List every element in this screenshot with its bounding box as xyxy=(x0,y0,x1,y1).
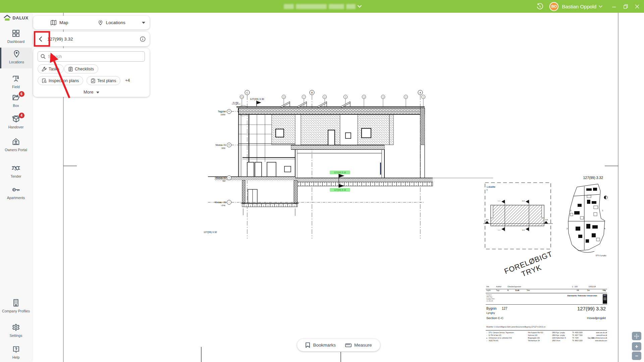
tabs-expand-button[interactable] xyxy=(138,22,150,24)
zoom-out-button[interactable]: − xyxy=(632,352,641,360)
more-button[interactable]: More xyxy=(33,89,150,95)
svg-text:C-C: C-C xyxy=(498,200,500,202)
drawing-link-label[interactable]: 127(99) 5.16 xyxy=(334,171,346,174)
filter-chip-tasks[interactable]: Tasks xyxy=(38,64,64,73)
sidebar-item-box[interactable]: 6 Box xyxy=(0,92,32,109)
handover-badge: 4 xyxy=(19,113,24,118)
box-badge: 6 xyxy=(19,91,24,97)
company-phone: Tlf. 4527 7200 xyxy=(572,335,583,336)
company-street: Teknikerbyen 34 xyxy=(528,340,540,342)
user-name[interactable]: Bastian Oppold xyxy=(562,4,596,9)
bookmarks-button[interactable]: Bookmarks xyxy=(305,342,336,348)
chevron-down-icon[interactable] xyxy=(599,5,602,8)
close-button[interactable] xyxy=(631,0,643,13)
tb-project: Hovedprojekt xyxy=(587,316,606,320)
right-column xyxy=(420,108,425,179)
sidebar-item-tender[interactable]: Tender xyxy=(0,163,32,180)
company-city: 2200 København N xyxy=(552,337,566,339)
sidebar-item-label: Dashboard xyxy=(0,40,32,44)
more-filters-count[interactable]: +4 xyxy=(125,78,130,83)
sidebar-item-apartments[interactable]: Apartments xyxy=(0,184,32,201)
level-roman: I xyxy=(229,201,229,203)
search-input[interactable]: Search xyxy=(38,51,145,62)
sidebar-item-label: Tender xyxy=(0,174,32,178)
grid-label: A xyxy=(420,92,421,94)
tab-map[interactable]: Map xyxy=(33,20,86,25)
pan-button[interactable] xyxy=(632,332,641,340)
company-street: Nybrovej 116 xyxy=(528,335,537,336)
company-name: Christensen & Co. arkitekter A/S xyxy=(489,337,512,339)
company-city: 2800 Kgs. Lyngby xyxy=(552,335,565,336)
company-phone: Tlf. 8819 1000 xyxy=(572,340,583,342)
drawing-link-label[interactable]: 127(99) 5.16 xyxy=(334,189,346,191)
level-label: Niveau 00 xyxy=(215,177,226,179)
tb-building-no: 127 xyxy=(502,307,507,310)
dalux-logo[interactable]: DALUX xyxy=(0,15,32,21)
company-web: www.cas.dtu.dk xyxy=(596,332,607,334)
title-block: Ark Author Checker\pprover 1 : 100 10/01… xyxy=(486,285,607,343)
key-icon xyxy=(12,186,20,194)
minimize-button[interactable] xyxy=(608,0,620,13)
chip-label: Inspection plans xyxy=(49,78,79,83)
chip-label: Test plans xyxy=(97,78,116,83)
lokalitet-box: Lokalite t A-A A-A C-C C-C B-B B-B xyxy=(483,183,553,249)
sidebar-item-field[interactable]: Field xyxy=(0,73,32,90)
filter-chip-test-plans[interactable]: Test plans xyxy=(87,76,120,85)
grid-stems xyxy=(242,99,423,107)
company-phone: Tlf. 4525 2525 xyxy=(572,332,583,334)
level-label: Tagplan xyxy=(218,110,226,113)
bookmark-icon xyxy=(305,342,310,348)
sidebar-item-settings[interactable]: Settings xyxy=(0,322,32,339)
wrench-icon xyxy=(42,67,47,71)
back-button[interactable] xyxy=(33,37,47,42)
project-title-blurred[interactable] xyxy=(284,3,362,10)
ground xyxy=(208,177,493,186)
company-bullet-icon: ○ xyxy=(486,335,487,336)
building-icon xyxy=(12,299,20,307)
sidebar: DALUX Dashboard Locations Field xyxy=(0,13,32,362)
svg-text:Lokalite: Lokalite xyxy=(487,185,495,188)
zoom-in-button[interactable]: + xyxy=(632,342,641,351)
tb-label: Teks xyxy=(527,290,530,291)
filter-chip-inspection-plans[interactable]: Inspection plans xyxy=(38,76,83,85)
blurred-text-block xyxy=(329,4,344,9)
sidebar-item-locations[interactable]: Locations xyxy=(0,48,32,68)
company-name: DTU, Campus Service, Tegnestuen xyxy=(489,332,514,334)
tb-building: Bygnin xyxy=(486,307,497,310)
search-panel: Search Tasks Checklists Inspection plans xyxy=(33,48,150,97)
avatar[interactable]: BO xyxy=(549,2,558,11)
company-bullet-icon: ○ xyxy=(486,332,487,334)
grid-bubbles-small xyxy=(240,95,425,99)
owners-portal-icon xyxy=(12,137,20,146)
tab-locations[interactable]: Locations xyxy=(86,20,138,25)
tb-label: Må xyxy=(577,290,579,291)
sidebar-item-label: Field xyxy=(0,85,32,89)
tb-modelfiles: Modelfiler: C:\Users\Magnus Dahl Larsen\… xyxy=(486,326,545,328)
tb-label: Dat xyxy=(587,290,590,291)
history-icon[interactable] xyxy=(535,0,545,13)
tb-address: Lyngby 4525 xyxy=(486,298,494,300)
drawing-number-top: 127(99) 3.32 xyxy=(583,176,603,180)
grid-label: Y6 xyxy=(324,96,326,98)
restore-button[interactable] xyxy=(620,0,631,13)
sidebar-item-owners-portal[interactable]: Owners Portal xyxy=(0,136,32,153)
level-roman: II xyxy=(229,177,230,179)
search-icon xyxy=(41,54,46,59)
level-roman: IV xyxy=(228,111,230,112)
sidebar-item-dashboard[interactable]: Dashboard xyxy=(0,28,32,45)
measure-button[interactable]: Measure xyxy=(345,343,372,348)
chevron-down-icon xyxy=(142,22,145,24)
location-pin-icon xyxy=(98,20,103,25)
bookmarks-label: Bookmarks xyxy=(313,343,336,348)
sidebar-item-help[interactable]: Help xyxy=(0,344,32,361)
sidebar-item-company-profiles[interactable]: Company Profiles xyxy=(0,297,32,314)
info-button[interactable] xyxy=(136,36,150,42)
company-street: Bragesgade 10b xyxy=(528,337,540,339)
company-street: Nils Koppels Allé 413 xyxy=(528,332,543,334)
svg-text:A-A: A-A xyxy=(486,219,488,221)
filter-chip-checklists[interactable]: Checklists xyxy=(64,64,98,73)
tb-label: Ing/Ar xyxy=(486,290,491,291)
company-bullet-icon: ○ xyxy=(486,340,487,342)
svg-text:3: 3 xyxy=(567,228,568,230)
sidebar-item-handover[interactable]: 4 Handover xyxy=(0,113,32,130)
